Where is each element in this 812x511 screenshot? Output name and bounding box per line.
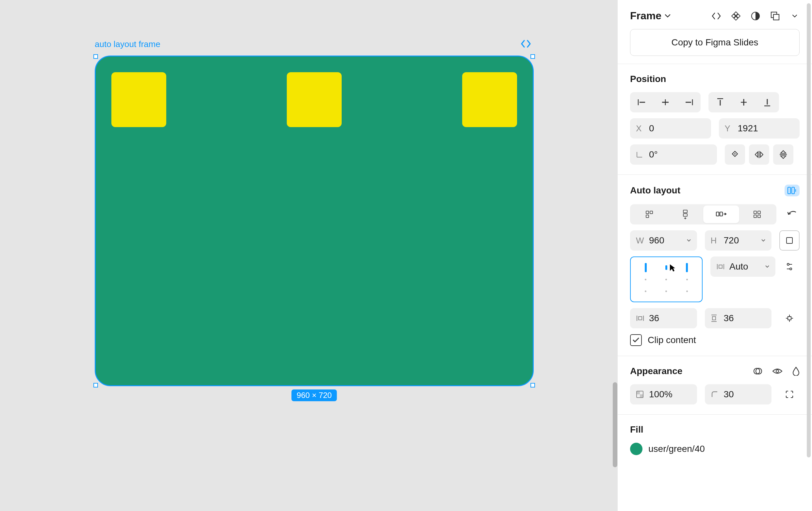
component-icon[interactable] [731,11,741,21]
fill-title: Fill [630,424,800,435]
auto-layout-toggle[interactable] [785,184,800,196]
align-top-button[interactable] [708,92,732,112]
chevron-down-icon[interactable] [761,239,765,242]
auto-layout-title: Auto layout [630,185,785,196]
frame-type-dropdown[interactable]: Frame [630,10,661,22]
inspector-scrollbar-thumb[interactable] [807,3,811,457]
chevron-down-icon[interactable] [765,265,770,268]
layout-remove-button[interactable] [631,205,667,223]
svg-rect-21 [650,211,652,214]
rotation-field[interactable]: 0° [630,144,717,165]
layout-horizontal-button[interactable] [703,205,739,223]
layout-direction-group [630,204,776,224]
auto-layout-frame[interactable] [95,56,534,386]
svg-rect-54 [637,391,640,394]
position-title: Position [630,74,800,84]
droplet-icon[interactable] [792,367,800,376]
chevron-down-icon[interactable] [687,239,691,242]
blend-mode-icon[interactable] [753,367,762,376]
opacity-icon [636,391,644,398]
svg-rect-28 [758,211,760,214]
fill-color-row[interactable]: user/green/40 [630,443,800,455]
svg-rect-29 [754,215,756,218]
selection-handle-bl[interactable] [93,383,98,388]
align-bottom-button[interactable] [755,92,779,112]
padding-vertical-field[interactable]: 36 [705,308,772,329]
frame-code-icon[interactable] [521,39,531,48]
svg-rect-23 [683,210,687,213]
padding-v-icon [711,314,719,322]
chevron-down-icon[interactable] [665,14,671,18]
individual-corners-button[interactable] [779,384,800,404]
h-value: 720 [724,235,757,246]
child-rect-2[interactable] [287,72,342,127]
gap-field[interactable]: Auto [710,256,776,277]
gap-settings-button[interactable] [779,256,800,277]
alignment-grid[interactable] [630,256,703,302]
flip-vertical-button[interactable] [773,144,793,165]
svg-rect-25 [716,212,719,216]
svg-point-52 [776,370,779,372]
visibility-icon[interactable] [772,368,783,375]
svg-rect-49 [788,317,791,320]
align-left-button[interactable] [630,92,654,112]
padding-v-value: 36 [724,313,766,323]
flip-horizontal-button[interactable] [749,144,769,165]
corner-radius-field[interactable]: 30 [705,384,772,404]
align-vcenter-button[interactable] [732,92,755,112]
fill-color-name: user/green/40 [648,444,705,454]
gap-value: Auto [729,261,760,272]
frame-label[interactable]: auto layout frame [95,39,161,49]
padding-h-value: 36 [649,313,691,323]
svg-rect-30 [758,215,760,218]
svg-rect-24 [683,214,687,216]
position-y-field[interactable]: Y 1921 [719,118,800,139]
x-value: 0 [649,123,705,134]
w-value: 960 [649,235,682,246]
align-hcenter-button[interactable] [654,92,677,112]
height-field[interactable]: H 720 [705,230,772,251]
copy-to-slides-button[interactable]: Copy to Figma Slides [630,29,800,56]
align-right-button[interactable] [677,92,701,112]
child-rect-3[interactable] [462,72,517,127]
align-horizontal-group [630,92,701,112]
svg-rect-55 [640,394,643,398]
inspector-header: Frame [618,0,812,29]
canvas[interactable]: auto layout frame 960 × 720 [0,0,617,511]
layout-wrap-button[interactable] [739,205,775,223]
opacity-field[interactable]: 100% [630,384,697,404]
appearance-section: Appearance 100% 30 [618,356,812,414]
selection-handle-tr[interactable] [530,54,535,59]
dimensions-badge: 960 × 720 [291,390,337,401]
fill-section: Fill user/green/40 [618,415,812,458]
corner-radius-value: 30 [724,389,766,400]
child-rect-1[interactable] [111,72,166,127]
auto-layout-section: Auto layout W 960 H 720 [618,175,812,356]
clip-content-checkbox[interactable] [630,334,642,346]
chevron-down-icon[interactable] [790,11,800,21]
padding-individual-button[interactable] [779,308,800,329]
resize-to-fit-button[interactable] [779,230,800,251]
svg-rect-18 [788,187,790,194]
svg-rect-2 [774,15,779,20]
dev-mode-icon[interactable] [712,11,721,21]
clip-content-label: Clip content [648,335,696,345]
contrast-icon[interactable] [751,11,760,21]
transform-rotate-button[interactable] [725,144,745,165]
selection-handle-tl[interactable] [93,54,98,59]
svg-point-38 [790,268,792,270]
canvas-scrollbar-thumb[interactable] [613,382,617,467]
selection-handle-br[interactable] [530,383,535,388]
padding-h-icon [636,315,644,321]
boolean-icon[interactable] [770,11,780,21]
position-section: Position X 0 Y 1921 [618,64,812,174]
inspector-panel: Frame Copy to Figma Slides Position [617,0,812,511]
layout-vertical-button[interactable] [667,205,703,223]
padding-horizontal-field[interactable]: 36 [630,308,697,329]
clip-content-row[interactable]: Clip content [630,334,800,346]
fill-swatch[interactable] [630,443,642,455]
layout-more-button[interactable] [784,204,800,224]
position-x-field[interactable]: X 0 [630,118,711,139]
width-field[interactable]: W 960 [630,230,697,251]
angle-icon [636,151,644,158]
